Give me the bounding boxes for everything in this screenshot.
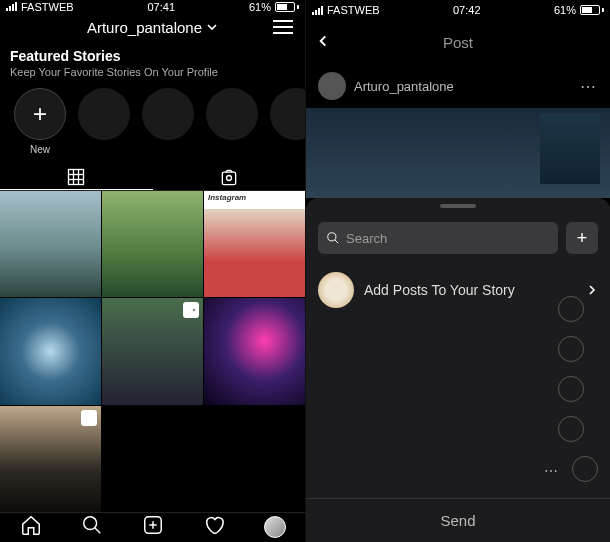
plus-icon: +: [14, 88, 66, 140]
search-placeholder: Search: [346, 231, 387, 246]
chevron-right-icon: [586, 284, 598, 296]
recipient-selectors: ⋯: [544, 296, 598, 482]
post-image[interactable]: [306, 108, 610, 198]
profile-tabs: [0, 165, 305, 192]
svg-line-12: [94, 528, 100, 534]
video-badge-icon: [183, 302, 199, 318]
svg-line-17: [335, 240, 339, 244]
grid-icon: [66, 167, 86, 187]
story-highlight-placeholder: [142, 88, 194, 155]
svg-rect-9: [86, 414, 92, 420]
carousel-badge-icon: [81, 410, 97, 426]
home-icon: [20, 514, 42, 536]
featured-stories: Featured Stories Keep Your Favorite Stor…: [0, 42, 305, 165]
grid-post[interactable]: Instagram: [204, 191, 305, 297]
svg-point-11: [83, 517, 96, 530]
add-recipient-button[interactable]: +: [566, 222, 598, 254]
recipient-radio[interactable]: [558, 336, 584, 362]
carrier-label: FASTWEB: [327, 4, 380, 16]
sheet-grabber[interactable]: [440, 204, 476, 208]
nav-activity[interactable]: [203, 514, 225, 540]
send-label: Send: [440, 512, 475, 529]
tagged-icon: [219, 168, 239, 188]
nav-profile[interactable]: [264, 516, 286, 538]
story-highlight-placeholder: [78, 88, 130, 155]
carrier-label: FASTWEB: [21, 1, 74, 13]
battery-icon: [580, 5, 604, 15]
recipient-radio[interactable]: [558, 376, 584, 402]
send-button[interactable]: Send: [306, 498, 610, 542]
avatar-icon: [264, 516, 286, 538]
tab-tagged[interactable]: [153, 165, 306, 191]
search-icon: [326, 231, 340, 245]
heart-icon: [203, 514, 225, 536]
plus-icon: +: [577, 228, 588, 249]
battery-percent: 61%: [249, 1, 271, 13]
nav-search[interactable]: [81, 514, 103, 540]
clock: 07:42: [453, 4, 481, 16]
svg-point-16: [328, 233, 336, 241]
header-title: Post: [443, 34, 473, 51]
signal-icon: [6, 2, 17, 11]
signal-icon: [312, 6, 323, 15]
status-bar: FASTWEB 07:42 61%: [306, 0, 610, 20]
grid-post[interactable]: [204, 298, 305, 404]
create-post-icon: [142, 514, 164, 536]
bottom-nav: [0, 512, 305, 542]
author-avatar: [318, 72, 346, 100]
back-button[interactable]: [316, 34, 330, 51]
post-header: Post: [306, 20, 610, 64]
grid-post[interactable]: [0, 191, 101, 297]
featured-subtitle: Keep Your Favorite Stories On Your Profi…: [10, 66, 295, 78]
search-input[interactable]: Search: [318, 222, 558, 254]
story-highlight-placeholder: [206, 88, 258, 155]
svg-rect-10: [87, 416, 93, 422]
share-sheet-screen: FASTWEB 07:42 61% Post Arturo_pantalone …: [305, 0, 610, 542]
svg-marker-8: [193, 308, 196, 313]
story-avatar-icon: [318, 272, 354, 308]
nav-create[interactable]: [142, 514, 164, 540]
svg-rect-7: [187, 308, 193, 313]
post-author-row[interactable]: Arturo_pantalone ⋯: [306, 64, 610, 108]
profile-screen: FASTWEB 07:41 61% Arturo_pantalone Featu…: [0, 0, 305, 542]
grid-empty: [204, 406, 305, 512]
search-icon: [81, 514, 103, 536]
chevron-down-icon: [206, 21, 218, 33]
chevron-left-icon: [316, 34, 330, 48]
grid-empty: [102, 406, 203, 512]
featured-title: Featured Stories: [10, 48, 295, 64]
menu-icon[interactable]: [273, 20, 293, 34]
username-dropdown[interactable]: Arturo_pantalone: [87, 19, 218, 36]
clock: 07:41: [148, 1, 176, 13]
svg-rect-0: [69, 170, 84, 185]
tab-grid[interactable]: [0, 165, 153, 191]
add-to-story-label: Add Posts To Your Story: [364, 282, 515, 298]
new-highlight-label: New: [30, 144, 50, 155]
instagram-app-label: Instagram: [208, 193, 246, 202]
grid-post[interactable]: [0, 406, 101, 512]
recipient-radio[interactable]: [558, 296, 584, 322]
recipient-radio[interactable]: [558, 416, 584, 442]
battery-percent: 61%: [554, 4, 576, 16]
status-bar: FASTWEB 07:41 61%: [0, 0, 305, 13]
more-options-icon[interactable]: ⋯: [544, 463, 560, 479]
share-sheet: Search + Add Posts To Your Story ⋯ Send: [306, 198, 610, 542]
nav-home[interactable]: [20, 514, 42, 540]
grid-post[interactable]: [0, 298, 101, 404]
username-label: Arturo_pantalone: [87, 19, 202, 36]
grid-post[interactable]: [102, 298, 203, 404]
add-story-highlight[interactable]: + New: [14, 88, 66, 155]
battery-icon: [275, 2, 299, 12]
profile-header: Arturo_pantalone: [0, 13, 305, 42]
svg-rect-5: [222, 172, 235, 185]
post-more-button[interactable]: ⋯: [580, 77, 598, 96]
grid-post[interactable]: [102, 191, 203, 297]
recipient-radio[interactable]: [572, 456, 598, 482]
svg-point-6: [226, 175, 231, 180]
post-grid: Instagram: [0, 191, 305, 511]
author-username: Arturo_pantalone: [354, 79, 454, 94]
